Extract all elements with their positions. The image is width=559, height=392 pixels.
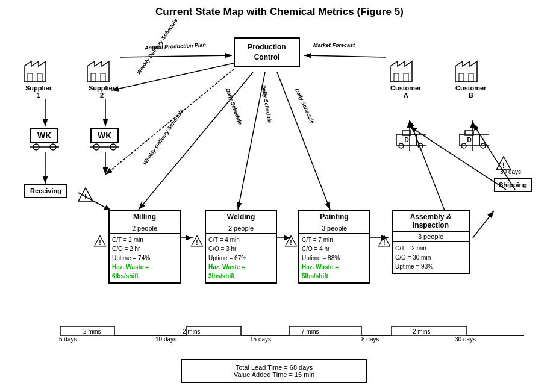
truck-customer-b: D <box>459 129 489 151</box>
painting-people: 3 people <box>299 223 369 234</box>
welding-process: Welding 2 people C/T = 4 min C/O = 3 hr … <box>205 210 277 284</box>
warn-triangle-painting: ! <box>284 235 298 250</box>
svg-rect-32 <box>404 73 408 82</box>
mins-label-1: 2 mins <box>83 328 101 335</box>
milling-process: Milling 2 people C/T = 2 min C/O = 2 hr … <box>108 210 181 284</box>
svg-line-12 <box>111 63 234 90</box>
svg-rect-52 <box>465 131 473 135</box>
svg-line-11 <box>120 55 232 57</box>
warn-triangle-assembly: ! <box>378 235 391 250</box>
customer-a: CustomerA <box>390 60 421 99</box>
painting-process: Painting 3 people C/T = 7 min C/O = 4 hr… <box>298 210 370 284</box>
milling-data: C/T = 2 min C/O = 2 hr Uptime = 74% Haz.… <box>110 234 180 282</box>
welding-data: C/T = 4 min C/O = 3 hr Uptime = 67% Haz.… <box>206 234 276 282</box>
svg-line-13 <box>304 55 386 57</box>
svg-rect-34 <box>459 73 464 82</box>
mins-label-4: 2 mins <box>413 328 430 335</box>
welding-people: 2 people <box>206 223 276 234</box>
receiving-box: Receiving <box>24 184 67 198</box>
days-label-1: 5 days <box>59 336 77 343</box>
svg-point-48 <box>418 143 423 148</box>
truck-customer-a: D <box>396 129 426 151</box>
weekly-delivery-label2: Weekly Delivery Schedule <box>142 108 185 166</box>
summary-line2: Value Added Time = 15 min <box>190 371 358 378</box>
svg-rect-25 <box>28 73 33 82</box>
svg-text:D: D <box>467 137 471 143</box>
painting-data: C/T = 7 min C/O = 4 hr Uptime = 88% Haz.… <box>299 234 369 282</box>
days-label-4: 8 days <box>361 336 379 343</box>
svg-text:!: ! <box>290 240 292 246</box>
customer-b: CustomerB <box>455 60 486 99</box>
wk-box-2: WK <box>90 128 119 151</box>
summary-line1: Total Lead Time = 68 days <box>190 364 358 371</box>
shipping-box: Shipping <box>494 178 532 192</box>
market-forecast-label: Market Forecast <box>313 42 355 48</box>
svg-rect-26 <box>37 73 42 82</box>
milling-people: 2 people <box>110 223 180 234</box>
daily-schedule-label2: Daily Schedule <box>260 84 273 123</box>
svg-text:D: D <box>404 137 408 143</box>
svg-text:!: ! <box>383 240 385 246</box>
supplier-2: Supplier2 <box>87 60 116 99</box>
svg-text:!: ! <box>99 240 101 246</box>
assembly-process: Assembly & Inspection 3 people C/T = 2 m… <box>392 210 470 274</box>
mins-label-2: 2 mins <box>183 328 200 335</box>
svg-marker-27 <box>87 61 109 82</box>
svg-rect-31 <box>394 73 399 82</box>
svg-rect-29 <box>101 73 105 82</box>
days-label-3: 15 days <box>250 336 271 343</box>
daily-schedule-label1: Daily Schedule <box>225 87 243 126</box>
wk-box-1: WK <box>30 128 59 151</box>
svg-point-54 <box>481 143 486 148</box>
svg-line-10 <box>473 211 494 238</box>
assembly-people: 3 people <box>393 232 469 242</box>
assembly-title: Assembly & Inspection <box>393 211 469 232</box>
painting-title: Painting <box>299 211 369 223</box>
svg-point-47 <box>399 143 404 148</box>
mins-label-3: 7 mins <box>301 328 319 335</box>
svg-point-53 <box>461 143 466 148</box>
days-label-5: 30 days <box>455 336 476 343</box>
milling-title: Milling <box>110 211 180 223</box>
warn-triangle-milling: ! <box>93 235 107 250</box>
svg-marker-24 <box>24 61 46 82</box>
warn-triangle-receiving: ! <box>77 187 94 206</box>
days-label-2: 10 days <box>155 336 176 343</box>
warn-triangle-welding: ! <box>190 235 204 250</box>
welding-title: Welding <box>206 211 276 223</box>
prod-control-label: ProductionControl <box>248 43 286 61</box>
svg-rect-46 <box>402 131 411 135</box>
svg-text:!: ! <box>502 161 505 170</box>
svg-text:!: ! <box>84 192 87 201</box>
svg-line-14 <box>139 72 253 210</box>
page-title: Current State Map with Chemical Metrics … <box>0 0 559 20</box>
svg-marker-30 <box>390 61 412 82</box>
warn-triangle-shipping: ! <box>495 155 512 175</box>
production-control-box: ProductionControl <box>234 37 300 67</box>
supplier-1: Supplier1 <box>24 60 53 99</box>
assembly-data: C/T = 2 min C/O = 30 min Uptime = 93% <box>393 242 469 273</box>
summary-box: Total Lead Time = 68 days Value Added Ti… <box>181 359 367 383</box>
svg-text:!: ! <box>196 240 198 246</box>
svg-rect-28 <box>91 73 96 82</box>
svg-marker-33 <box>455 61 477 82</box>
svg-rect-35 <box>469 73 473 82</box>
svg-line-16 <box>277 72 330 210</box>
svg-line-15 <box>238 72 265 210</box>
daily-schedule-label3: Daily Schedule <box>294 87 316 125</box>
